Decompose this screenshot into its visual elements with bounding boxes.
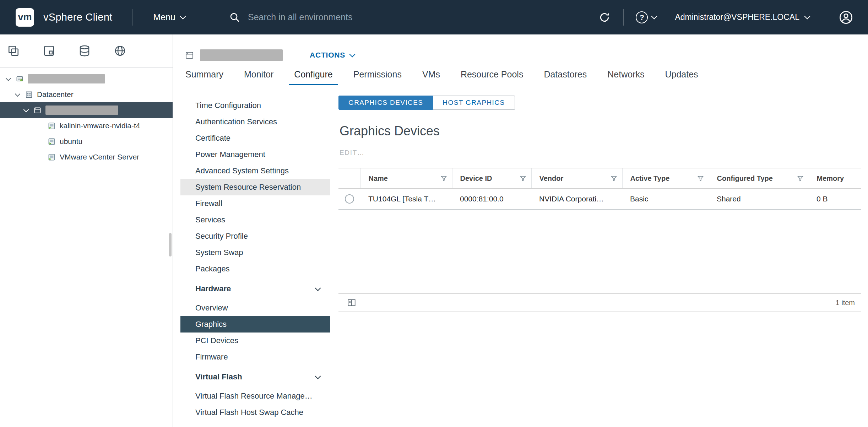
table-row[interactable]: TU104GL [Tesla T… 0000:81:00.0 NVIDIA Co… <box>338 189 861 210</box>
graphics-devices-table: Name Device ID Vendor <box>338 168 861 312</box>
chevron-down-icon[interactable] <box>15 91 21 97</box>
tree-item-label: ubuntu <box>60 137 82 146</box>
filter-icon[interactable] <box>440 175 447 182</box>
tree-item-label: Datacenter <box>37 90 74 99</box>
tab-summary[interactable]: Summary <box>175 69 234 85</box>
column-header-configured-type[interactable]: Configured Type <box>709 168 809 189</box>
top-bar: vm vSphere Client Menu ? Administrator@V… <box>0 0 868 34</box>
vm-icon <box>48 153 56 161</box>
tab-datastores[interactable]: Datastores <box>533 69 597 85</box>
settings-nav-item-authentication-services[interactable]: Authentication Services <box>180 114 330 130</box>
user-avatar-button[interactable] <box>837 10 855 25</box>
section-label: Hardware <box>195 284 231 293</box>
settings-nav-section-virtual-flash[interactable]: Virtual Flash <box>180 369 330 385</box>
filter-icon[interactable] <box>797 175 804 182</box>
chevron-down-icon <box>315 285 321 291</box>
column-label: Vendor <box>539 174 564 183</box>
tab-networks[interactable]: Networks <box>597 69 655 85</box>
settings-nav-item-advanced-system-settings[interactable]: Advanced System Settings <box>180 163 330 179</box>
graphics-view-toggle: GRAPHICS DEVICES HOST GRAPHICS <box>338 96 515 110</box>
vcenter-icon <box>16 75 24 83</box>
refresh-button[interactable] <box>596 11 613 24</box>
tree-item-datacenter[interactable]: Datacenter <box>0 87 173 102</box>
settings-nav-item-overview[interactable]: Overview <box>180 300 330 316</box>
networking-icon <box>114 44 126 57</box>
search-icon <box>229 12 240 23</box>
settings-nav-section-hardware[interactable]: Hardware <box>180 281 330 297</box>
chevron-down-icon <box>651 13 657 20</box>
vms-and-templates-icon <box>43 44 55 57</box>
vmware-logo[interactable]: vm <box>16 8 34 27</box>
chevron-down-icon <box>804 13 810 20</box>
column-label: Name <box>369 174 388 183</box>
tree-item-label: kalinin-vmware-nvidia-t4 <box>60 121 140 130</box>
configure-layout: Time Configuration Authentication Servic… <box>173 85 868 427</box>
filter-icon[interactable] <box>697 175 704 182</box>
sidebar-scrollbar-thumb[interactable] <box>169 233 172 256</box>
object-tabs: Summary Monitor Configure Permissions VM… <box>173 66 868 85</box>
vmware-logo-text: vm <box>18 12 32 23</box>
table-empty-area <box>338 210 861 293</box>
tree-item-host[interactable] <box>0 102 173 118</box>
tab-updates[interactable]: Updates <box>655 69 708 85</box>
graphics-devices-toggle[interactable]: GRAPHICS DEVICES <box>338 96 433 110</box>
tree-item-vm-vcenter-server[interactable]: VMware vCenter Server <box>0 149 173 165</box>
search-input[interactable] <box>247 12 476 23</box>
settings-nav-item-packages[interactable]: Packages <box>180 261 330 277</box>
tab-monitor[interactable]: Monitor <box>234 69 284 85</box>
tab-permissions[interactable]: Permissions <box>343 69 412 85</box>
row-radio-button[interactable] <box>345 194 354 204</box>
settings-nav-item-time-configuration[interactable]: Time Configuration <box>180 97 330 114</box>
actions-button[interactable]: ACTIONS <box>308 50 357 60</box>
refresh-icon <box>598 11 611 23</box>
help-menu-button[interactable]: ? <box>634 11 658 24</box>
inventory-tab-networking[interactable] <box>114 44 126 57</box>
filter-icon[interactable] <box>611 175 617 182</box>
cell-vendor: NVIDIA Corporati… <box>531 189 622 210</box>
vm-icon <box>48 122 56 130</box>
settings-nav-item-pci-devices[interactable]: PCI Devices <box>180 333 330 349</box>
column-label: Configured Type <box>717 174 773 183</box>
settings-nav-item-firewall[interactable]: Firewall <box>180 195 330 212</box>
hosts-and-clusters-icon <box>7 44 20 57</box>
column-label: Memory <box>817 174 844 183</box>
chevron-down-icon[interactable] <box>6 75 11 81</box>
column-selector-icon[interactable] <box>347 298 356 307</box>
column-header-device-id[interactable]: Device ID <box>452 168 531 189</box>
column-header-memory[interactable]: Memory <box>809 168 861 189</box>
menu-button[interactable]: Menu <box>151 12 187 23</box>
settings-nav-item-virtual-flash-resource-management[interactable]: Virtual Flash Resource Manage… <box>180 388 330 404</box>
settings-nav-item-graphics[interactable]: Graphics <box>180 316 330 333</box>
tree-item-vm-kalinin[interactable]: kalinin-vmware-nvidia-t4 <box>0 118 173 134</box>
column-header-name[interactable]: Name <box>360 168 452 189</box>
host-icon <box>185 50 194 60</box>
tab-resource-pools[interactable]: Resource Pools <box>450 69 533 85</box>
column-header-active-type[interactable]: Active Type <box>622 168 709 189</box>
settings-nav-item-firmware[interactable]: Firmware <box>180 349 330 365</box>
inventory-tab-hosts-and-clusters[interactable] <box>7 44 20 57</box>
user-menu-button[interactable]: Administrator@VSPHERE.LOCAL <box>673 12 812 22</box>
main-content: ACTIONS Summary Monitor Configure Permis… <box>173 34 868 427</box>
inventory-tab-vms-and-templates[interactable] <box>43 44 55 57</box>
host-graphics-toggle[interactable]: HOST GRAPHICS <box>433 96 515 110</box>
tree-item-vm-ubuntu[interactable]: ubuntu <box>0 134 173 149</box>
chevron-down-icon <box>315 373 321 379</box>
filter-icon[interactable] <box>520 175 526 182</box>
edit-button[interactable]: EDIT… <box>340 149 365 157</box>
column-header-vendor[interactable]: Vendor <box>531 168 622 189</box>
inventory-tab-bar <box>0 34 173 67</box>
page-title: Graphics Devices <box>340 124 868 138</box>
inventory-tab-storage[interactable] <box>78 44 91 57</box>
settings-nav-item-system-swap[interactable]: System Swap <box>180 244 330 261</box>
tree-item-vcenter[interactable] <box>0 71 173 87</box>
cell-device-id: 0000:81:00.0 <box>452 189 531 210</box>
settings-nav-item-services[interactable]: Services <box>180 212 330 228</box>
tab-configure[interactable]: Configure <box>284 69 343 85</box>
settings-nav-item-virtual-flash-host-swap-cache[interactable]: Virtual Flash Host Swap Cache <box>180 404 330 421</box>
settings-nav-item-security-profile[interactable]: Security Profile <box>180 228 330 244</box>
settings-nav-item-system-resource-reservation[interactable]: System Resource Reservation <box>180 179 330 195</box>
settings-nav-item-power-management[interactable]: Power Management <box>180 146 330 163</box>
tab-vms[interactable]: VMs <box>412 69 450 85</box>
chevron-down-icon[interactable] <box>23 107 29 112</box>
settings-nav-item-certificate[interactable]: Certificate <box>180 130 330 146</box>
